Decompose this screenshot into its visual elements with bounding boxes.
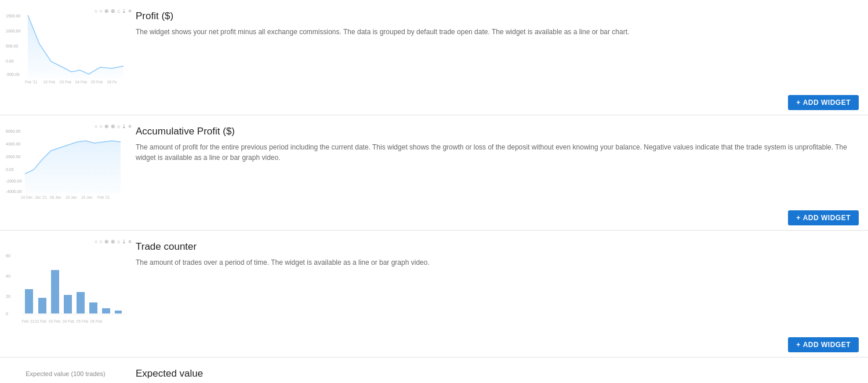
svg-text:03 Feb: 03 Feb bbox=[49, 319, 61, 323]
svg-text:04 Feb: 04 Feb bbox=[63, 319, 75, 323]
svg-text:Feb '21: Feb '21 bbox=[25, 80, 38, 84]
accprofit-chart-area: ○ ○ ⊕ ⊕ ⌂ ⤓ ≡ 6000.00 4000.00 2000.00 0.… bbox=[5, 122, 126, 200]
accprofit-add-row: + ADD WIDGET bbox=[0, 207, 868, 230]
accprofit-title: Accumulative Profit ($) bbox=[136, 126, 849, 137]
trade-add-row: + ADD WIDGET bbox=[0, 334, 868, 357]
svg-text:-500.00: -500.00 bbox=[6, 72, 20, 76]
icon-download[interactable]: ⤓ bbox=[122, 8, 126, 14]
trade-add-widget-button[interactable]: + ADD WIDGET bbox=[788, 337, 859, 352]
svg-text:24 Jan: 24 Jan bbox=[81, 195, 93, 199]
plus-icon: + bbox=[796, 341, 801, 349]
svg-text:05 Feb: 05 Feb bbox=[91, 80, 103, 84]
svg-text:Feb '21: Feb '21 bbox=[22, 319, 35, 323]
accprofit-chart-icons[interactable]: ○ ○ ⊕ ⊕ ⌂ ⤓ ≡ bbox=[95, 123, 132, 129]
svg-text:16 Jan: 16 Jan bbox=[66, 195, 77, 199]
svg-rect-28 bbox=[38, 298, 46, 313]
icon-circle2[interactable]: ○ bbox=[99, 8, 102, 14]
icon-download[interactable]: ⤓ bbox=[122, 123, 126, 129]
profit-info: Profit ($) The widget shows your net pro… bbox=[126, 7, 859, 41]
profit-title: Profit ($) bbox=[136, 10, 849, 22]
icon-zoom[interactable]: ⊕ bbox=[104, 123, 109, 129]
expected-value-chart-label: Expected value (100 trades) bbox=[26, 370, 106, 377]
profit-add-row: + ADD WIDGET bbox=[0, 92, 868, 115]
svg-text:1000.00: 1000.00 bbox=[6, 29, 20, 33]
svg-rect-31 bbox=[77, 292, 85, 313]
icon-circle2[interactable]: ○ bbox=[99, 123, 102, 129]
svg-text:04 Feb: 04 Feb bbox=[75, 80, 88, 84]
profit-chart-area: ○ ○ ⊕ ⊕ ⌂ ⤓ ≡ 1500.00 1000.00 500.00 0.0… bbox=[5, 7, 126, 85]
trade-chart-area: ○ ○ ⊕ ⊕ ⌂ ⤓ ≡ 60 40 20 0 bbox=[5, 238, 126, 327]
trade-description: The amount of trades over a period of ti… bbox=[136, 257, 849, 268]
widget-expected-value: Expected value (100 trades) $658.47 Expe… bbox=[0, 358, 868, 383]
plus-icon: + bbox=[796, 214, 801, 222]
accprofit-info: Accumulative Profit ($) The amount of pr… bbox=[126, 122, 859, 166]
icon-circle1[interactable]: ○ bbox=[95, 239, 97, 245]
icon-menu[interactable]: ≡ bbox=[128, 8, 131, 14]
profit-chart-icons[interactable]: ○ ○ ⊕ ⊕ ⌂ ⤓ ≡ bbox=[95, 8, 132, 14]
svg-text:06 Feb: 06 Feb bbox=[90, 319, 103, 323]
widget-trade-counter: ○ ○ ⊕ ⊕ ⌂ ⤓ ≡ 60 40 20 0 bbox=[0, 231, 868, 358]
icon-home[interactable]: ⌂ bbox=[117, 123, 120, 129]
svg-rect-29 bbox=[51, 270, 59, 313]
svg-text:1500.00: 1500.00 bbox=[6, 14, 20, 18]
trade-chart-svg: 60 40 20 0 bbox=[5, 240, 126, 327]
icon-circle1[interactable]: ○ bbox=[95, 8, 97, 14]
svg-rect-34 bbox=[115, 311, 122, 313]
icon-zoom[interactable]: ⊕ bbox=[104, 239, 109, 245]
icon-home[interactable]: ⌂ bbox=[117, 8, 120, 14]
plus-icon: + bbox=[796, 99, 801, 107]
svg-text:2000.00: 2000.00 bbox=[6, 155, 20, 159]
profit-description: The widget shows your net profit minus a… bbox=[136, 27, 849, 37]
expected-value-chart-area: Expected value (100 trades) $658.47 bbox=[5, 364, 126, 383]
svg-text:Jan '21: Jan '21 bbox=[35, 195, 47, 199]
accprofit-chart-svg: 6000.00 4000.00 2000.00 0.00 -2000.00 -4… bbox=[5, 125, 126, 200]
svg-text:6000.00: 6000.00 bbox=[6, 129, 20, 133]
svg-text:0.00: 0.00 bbox=[6, 167, 14, 172]
expected-value-title: Expected value bbox=[136, 368, 849, 380]
icon-zoom[interactable]: ⊕ bbox=[104, 8, 109, 14]
icon-circle1[interactable]: ○ bbox=[95, 123, 97, 129]
icon-menu[interactable]: ≡ bbox=[128, 123, 131, 129]
svg-text:03 Feb: 03 Feb bbox=[60, 80, 72, 84]
svg-text:06 Fe: 06 Fe bbox=[107, 80, 117, 84]
expected-value-info: Expected value The mathematical expectat… bbox=[126, 364, 859, 383]
icon-zoom2[interactable]: ⊕ bbox=[111, 8, 115, 14]
icon-circle2[interactable]: ○ bbox=[99, 239, 102, 245]
profit-chart-svg: 1500.00 1000.00 500.00 0.00 -500.00 Feb … bbox=[5, 9, 126, 85]
svg-text:Feb '21: Feb '21 bbox=[97, 195, 110, 199]
svg-text:-4000.00: -4000.00 bbox=[6, 189, 22, 194]
svg-text:0.00: 0.00 bbox=[6, 59, 14, 63]
svg-text:02 Feb: 02 Feb bbox=[35, 319, 47, 323]
svg-rect-27 bbox=[25, 289, 33, 313]
svg-rect-30 bbox=[64, 295, 72, 313]
svg-rect-32 bbox=[89, 302, 97, 313]
accprofit-add-widget-button[interactable]: + ADD WIDGET bbox=[788, 210, 859, 225]
svg-text:40: 40 bbox=[6, 274, 10, 278]
svg-text:20: 20 bbox=[6, 294, 10, 298]
icon-download[interactable]: ⤓ bbox=[122, 239, 126, 245]
svg-text:08 Jan: 08 Jan bbox=[50, 195, 61, 199]
trade-title: Trade counter bbox=[136, 241, 849, 253]
trade-chart-icons[interactable]: ○ ○ ⊕ ⊕ ⌂ ⤓ ≡ bbox=[95, 239, 132, 245]
profit-add-widget-button[interactable]: + ADD WIDGET bbox=[788, 95, 859, 110]
svg-text:500.00: 500.00 bbox=[6, 44, 19, 48]
svg-text:-2000.00: -2000.00 bbox=[6, 179, 22, 183]
icon-zoom2[interactable]: ⊕ bbox=[111, 123, 115, 129]
svg-text:24 Dec: 24 Dec bbox=[21, 195, 33, 199]
svg-text:60: 60 bbox=[6, 254, 10, 258]
trade-info: Trade counter The amount of trades over … bbox=[126, 238, 859, 271]
svg-text:0: 0 bbox=[6, 312, 8, 316]
svg-text:05 Feb: 05 Feb bbox=[77, 319, 89, 323]
icon-menu[interactable]: ≡ bbox=[128, 239, 131, 245]
svg-rect-33 bbox=[102, 308, 110, 313]
widget-profit: ○ ○ ⊕ ⊕ ⌂ ⤓ ≡ 1500.00 1000.00 500.00 0.0… bbox=[0, 0, 868, 115]
accprofit-description: The amount of profit for the entire prev… bbox=[136, 142, 849, 163]
svg-text:4000.00: 4000.00 bbox=[6, 142, 20, 146]
widget-accumulative-profit: ○ ○ ⊕ ⊕ ⌂ ⤓ ≡ 6000.00 4000.00 2000.00 0.… bbox=[0, 115, 868, 231]
svg-text:02 Feb: 02 Feb bbox=[43, 80, 56, 84]
icon-home[interactable]: ⌂ bbox=[117, 239, 120, 245]
icon-zoom2[interactable]: ⊕ bbox=[111, 239, 115, 245]
